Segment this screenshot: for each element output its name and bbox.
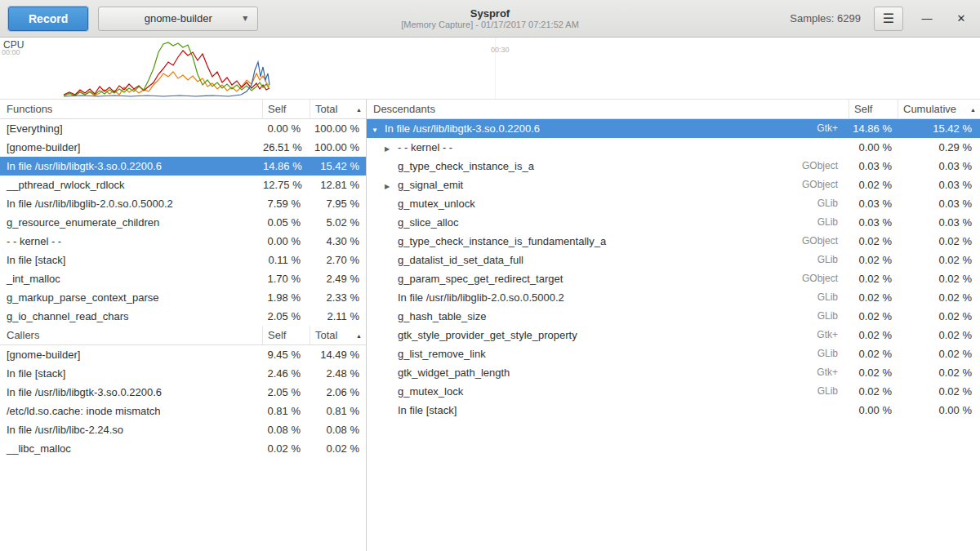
table-row[interactable]: g_markup_parse_context_parse1.98 %2.33 % [0,288,366,307]
close-button[interactable]: ✕ [951,8,972,29]
row-total-value: 2.06 % [310,383,366,402]
row-total-value: 14.49 % [310,345,366,364]
left-column: Functions Self Total ▲ [Everything]0.00 … [0,100,367,551]
callers-panel: Callers Self Total ▲ [gnome-builder]9.45… [0,326,366,458]
row-self-value: 1.98 % [263,288,310,307]
row-category-label: GLib [792,344,849,363]
expander-icon[interactable]: ▼ [372,121,385,138]
column-header-descendants[interactable]: Descendants [367,100,849,118]
row-function-name: In file [stack] [0,364,263,383]
row-function-name: - - kernel - - [0,232,263,251]
table-row[interactable]: In file [stack]0.11 %2.70 % [0,251,366,269]
table-row[interactable]: g_mutex_lockGLib0.02 %0.02 % [367,382,980,401]
column-header-cumulative[interactable]: Cumulative ▲ [898,100,980,118]
title-block: Sysprof [Memory Capture] - 01/17/2017 07… [401,7,579,30]
table-row[interactable]: _int_malloc1.70 %2.49 % [0,269,366,288]
table-row[interactable]: ▶- - kernel - -0.00 %0.29 % [367,138,980,157]
row-function-name: g_list_remove_link [398,348,486,360]
row-self-value: 9.45 % [263,345,310,364]
row-function-name: __pthread_rwlock_rdlock [0,176,263,194]
row-cumulative-value: 0.02 % [898,251,980,269]
table-row[interactable]: ▼In file /usr/lib/libgtk-3.so.0.2200.6Gt… [367,119,980,138]
header-right-group: Samples: 6299 ☰ — ✕ [790,7,972,31]
row-total-value: 2.11 % [310,307,366,326]
row-total-value: 0.81 % [310,402,366,420]
table-row[interactable]: g_hash_table_sizeGLib0.02 %0.02 % [367,307,980,326]
table-row[interactable]: [gnome-builder]9.45 %14.49 % [0,345,366,364]
row-function-name: In file /usr/lib/libgtk-3.so.0.2200.6 [0,157,263,176]
table-row[interactable]: g_type_check_instance_is_fundamentally_a… [367,232,980,251]
row-cumulative-value: 0.02 % [898,382,980,401]
row-name-cell: g_type_check_instance_is_a [367,157,792,176]
table-row[interactable]: g_param_spec_get_redirect_targetGObject0… [367,269,980,288]
table-row[interactable]: __pthread_rwlock_rdlock12.75 %12.81 % [0,176,366,194]
table-row[interactable]: g_slice_allocGLib0.03 %0.03 % [367,213,980,232]
row-cumulative-value: 0.02 % [898,288,980,307]
row-cumulative-value: 0.03 % [898,157,980,176]
table-row[interactable]: ▶g_signal_emitGObject0.02 %0.03 % [367,176,980,194]
row-total-value: 0.08 % [310,420,366,439]
column-header-self[interactable]: Self [849,100,898,118]
row-self-value: 0.08 % [263,420,310,439]
column-header-total[interactable]: Total ▲ [310,326,366,344]
minimize-button[interactable]: — [916,8,938,29]
expander-icon[interactable]: ▶ [385,140,398,157]
table-row[interactable]: gtk_widget_path_lengthGtk+0.02 %0.02 % [367,363,980,382]
row-function-name: /etc/ld.so.cache: inode mismatch [0,402,263,420]
main-content: Functions Self Total ▲ [Everything]0.00 … [0,100,980,551]
cpu-graph[interactable]: CPU 00:00 00:30 [0,38,980,100]
column-header-self[interactable]: Self [263,326,310,344]
row-category-label: Gtk+ [792,363,849,382]
table-row[interactable]: [gnome-builder]26.51 %100.00 % [0,138,366,157]
row-self-value: 26.51 % [263,138,310,157]
row-self-value: 0.00 % [263,232,310,251]
column-header-callers[interactable]: Callers [0,326,263,344]
column-header-self[interactable]: Self [263,100,310,118]
table-row[interactable]: In file /usr/lib/libgtk-3.so.0.2200.614.… [0,157,366,176]
table-row[interactable]: g_resource_enumerate_children0.05 %5.02 … [0,213,366,232]
menu-button[interactable]: ☰ [874,7,903,31]
row-category-label: GLib [792,307,849,326]
table-row[interactable]: In file [stack]2.46 %2.48 % [0,364,366,383]
row-category-label: Gtk+ [792,326,849,344]
table-row[interactable]: __libc_malloc0.02 %0.02 % [0,439,366,458]
target-selector-dropdown[interactable]: gnome-builder ▾ [98,7,258,31]
row-name-cell: g_mutex_lock [367,382,792,401]
row-cumulative-value: 0.29 % [898,138,980,157]
row-category-label: GLib [792,194,849,213]
table-row[interactable]: g_datalist_id_set_data_fullGLib0.02 %0.0… [367,251,980,269]
descendants-panel: Descendants Self Cumulative ▲ ▼In file /… [367,100,980,551]
column-header-functions[interactable]: Functions [0,100,263,118]
table-row[interactable]: g_mutex_unlockGLib0.03 %0.03 % [367,194,980,213]
record-button[interactable]: Record [8,7,88,31]
functions-panel: Functions Self Total ▲ [Everything]0.00 … [0,100,366,326]
expander-icon[interactable]: ▶ [385,177,398,194]
column-header-total[interactable]: Total ▲ [310,100,366,118]
table-row[interactable]: In file /usr/lib/libglib-2.0.so.0.5000.2… [0,194,366,213]
table-row[interactable]: g_type_check_instance_is_aGObject0.03 %0… [367,157,980,176]
row-function-name: g_param_spec_get_redirect_target [398,273,563,285]
table-row[interactable]: In file /usr/lib/libglib-2.0.so.0.5000.2… [367,288,980,307]
column-header-total-label: Total [315,329,337,341]
row-category-label: GObject [792,232,849,251]
row-total-value: 2.70 % [310,251,366,269]
row-category-label: GObject [792,269,849,288]
table-row[interactable]: /etc/ld.so.cache: inode mismatch0.81 %0.… [0,402,366,420]
row-category-label: GLib [792,251,849,269]
table-row[interactable]: In file [stack]0.00 %0.00 % [367,401,980,420]
table-row[interactable]: - - kernel - -0.00 %4.30 % [0,232,366,251]
row-self-value: 2.05 % [263,307,310,326]
sort-arrow-icon: ▲ [970,100,976,118]
row-cumulative-value: 0.02 % [898,326,980,344]
row-function-name: In file /usr/lib/libglib-2.0.so.0.5000.2 [398,291,564,304]
cpu-line-cpu-core-blue [64,62,270,96]
table-row[interactable]: g_io_channel_read_chars2.05 %2.11 % [0,307,366,326]
table-row[interactable]: gtk_style_provider_get_style_propertyGtk… [367,326,980,344]
row-name-cell: In file [stack] [367,401,792,420]
row-function-name: In file [stack] [398,404,457,416]
table-row[interactable]: In file /usr/lib/libgtk-3.so.0.2200.62.0… [0,383,366,402]
table-row[interactable]: In file /usr/lib/libc-2.24.so0.08 %0.08 … [0,420,366,439]
table-row[interactable]: g_list_remove_linkGLib0.02 %0.02 % [367,344,980,363]
table-row[interactable]: [Everything]0.00 %100.00 % [0,119,366,138]
row-function-name: g_type_check_instance_is_a [398,160,534,172]
